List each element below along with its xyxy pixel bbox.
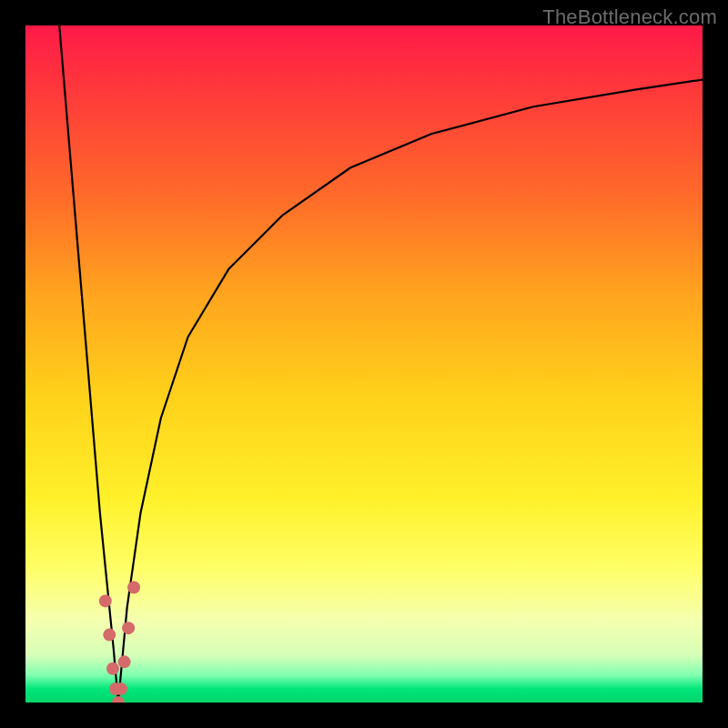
marker-point: [106, 662, 119, 675]
marker-point: [122, 622, 135, 634]
bottleneck-curve-right-branch: [118, 80, 703, 703]
marker-point: [127, 581, 140, 594]
chart-frame: TheBottleneck.com: [0, 0, 728, 728]
plot-area: [25, 25, 703, 703]
marker-point: [118, 655, 131, 668]
marker-point: [112, 696, 125, 703]
watermark-text: TheBottleneck.com: [542, 5, 717, 29]
curves-svg: [25, 25, 703, 703]
marker-point: [103, 629, 116, 642]
marker-point: [99, 594, 112, 607]
marker-point: [115, 682, 127, 695]
marker-group: [99, 581, 140, 703]
